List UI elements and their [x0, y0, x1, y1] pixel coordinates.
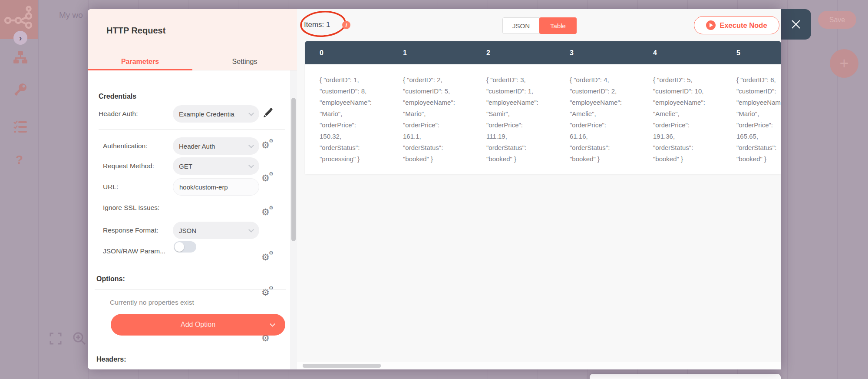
sidebar-item-help[interactable]: ? — [16, 153, 23, 167]
zoom-in-icon — [72, 331, 87, 346]
sidebar-item-workflows[interactable] — [13, 50, 28, 67]
gear-icon: ⚙ — [261, 253, 270, 262]
app-root: › ? My wo Save + — [0, 0, 868, 379]
authentication-label: Authentication: — [103, 142, 148, 150]
gear-small-icon: ⚙ — [269, 250, 274, 256]
table-cell: { "orderID": 3, "customerID": 1, "employ… — [472, 64, 555, 165]
fit-view-icon — [50, 332, 62, 345]
workflow-title[interactable]: My wo — [59, 10, 83, 20]
zoom-in-button[interactable] — [72, 331, 87, 348]
ignore-ssl-toggle[interactable] — [174, 241, 196, 253]
table-cell: { "orderID": 4, "customerID": 2, "employ… — [555, 64, 639, 165]
response-format-label: Response Format: — [103, 226, 158, 234]
info-glyph: i — [346, 22, 347, 28]
request-method-select[interactable]: GET — [173, 157, 259, 175]
info-icon[interactable]: i — [342, 21, 350, 29]
notification-toast — [590, 374, 781, 379]
dialog-tabs: Parameters Settings — [88, 53, 297, 70]
chevron-down-icon — [248, 110, 254, 116]
active-tab-underline — [88, 69, 192, 70]
request-method-value: GET — [179, 163, 246, 170]
sidebar-expand-button[interactable]: › — [13, 31, 27, 45]
execute-node-button[interactable]: Execute Node — [694, 16, 779, 34]
header-auth-label: Header Auth: — [99, 110, 138, 118]
output-panel: Items: 1 i JSON Table Execute Node 0 1 2 — [297, 9, 781, 369]
ignore-ssl-settings-button[interactable]: ⚙ ⚙ — [261, 252, 275, 265]
http-request-dialog: HTTP Request Parameters Settings Credent… — [88, 9, 781, 369]
view-toggle-json[interactable]: JSON — [502, 17, 540, 34]
checklist-icon — [13, 120, 28, 134]
options-section-title: Options: — [96, 275, 125, 283]
url-settings-button[interactable]: ⚙ ⚙ — [261, 206, 275, 219]
output-table-header: 0 1 2 3 4 5 — [305, 41, 781, 64]
column-header: 4 — [639, 41, 722, 64]
table-cell: { "orderID": 2, "customerID": 5, "employ… — [389, 64, 472, 165]
authentication-value: Header Auth — [179, 143, 246, 150]
add-option-label: Add Option — [181, 321, 215, 329]
output-table: 0 1 2 3 4 5 { "orderID": 1, "customerID"… — [305, 41, 781, 174]
add-node-button[interactable]: + — [830, 49, 858, 78]
chevron-down-icon — [270, 321, 275, 327]
response-format-value: JSON — [179, 227, 246, 234]
fit-view-button[interactable] — [50, 332, 62, 346]
toggle-knob — [175, 242, 184, 252]
parameters-scrollbar-thumb[interactable] — [291, 98, 296, 241]
pencil-icon — [262, 107, 274, 119]
close-dialog-button[interactable] — [781, 9, 811, 40]
header-auth-value: Example Credentia — [179, 110, 246, 118]
options-divider — [95, 289, 286, 289]
column-header: 0 — [305, 41, 389, 64]
key-icon — [13, 83, 28, 97]
plus-icon: + — [839, 54, 848, 73]
execute-node-label: Execute Node — [719, 21, 767, 30]
gear-small-icon: ⚙ — [269, 171, 274, 176]
sidebar-item-executions[interactable] — [13, 120, 28, 136]
chevron-down-icon — [248, 227, 254, 233]
authentication-settings-button[interactable]: ⚙ ⚙ — [261, 140, 275, 153]
table-cell: { "orderID": 6, "customerID": "employeeN… — [722, 64, 781, 165]
url-value: hook/custom-erp — [179, 183, 253, 191]
gear-icon: ⚙ — [261, 207, 270, 216]
play-icon — [706, 20, 716, 30]
url-input[interactable]: hook/custom-erp — [173, 178, 259, 196]
tab-settings[interactable]: Settings — [192, 53, 297, 70]
sidebar-item-credentials[interactable] — [13, 83, 28, 99]
request-method-label: Request Method: — [103, 162, 154, 170]
gear-small-icon: ⚙ — [269, 205, 274, 210]
chevron-right-icon: › — [19, 33, 22, 43]
authentication-select[interactable]: Header Auth — [173, 137, 259, 155]
view-toggle-table[interactable]: Table — [539, 17, 577, 34]
question-mark-icon: ? — [16, 153, 23, 166]
column-header: 5 — [722, 41, 781, 64]
chevron-down-icon — [248, 143, 254, 148]
request-method-settings-button[interactable]: ⚙ ⚙ — [261, 173, 275, 186]
ignore-ssl-label: Ignore SSL Issues: — [103, 204, 159, 212]
add-option-button[interactable]: Add Option — [111, 314, 285, 336]
edit-credential-button[interactable] — [262, 107, 274, 120]
url-label: URL: — [103, 183, 118, 191]
response-format-select[interactable]: JSON — [173, 222, 259, 239]
table-cell: { "orderID": 5, "customerID": 10, "emplo… — [639, 64, 722, 165]
json-raw-label: JSON/RAW Param... — [103, 247, 165, 255]
headers-section-title: Headers: — [96, 356, 126, 363]
output-scrollbar-thumb[interactable] — [303, 364, 381, 368]
column-header: 3 — [555, 41, 639, 64]
save-button-label: Save — [829, 16, 845, 24]
table-cell: { "orderID": 1, "customerID": 8, "employ… — [305, 64, 389, 165]
parameters-panel: HTTP Request Parameters Settings Credent… — [88, 9, 297, 369]
gear-icon: ⚙ — [261, 140, 270, 150]
credentials-section-title: Credentials — [99, 93, 136, 100]
chevron-down-icon — [248, 163, 254, 168]
gear-small-icon: ⚙ — [269, 138, 274, 143]
column-header: 1 — [389, 41, 472, 64]
gear-icon: ⚙ — [261, 173, 270, 183]
dialog-title: HTTP Request — [106, 26, 165, 36]
tab-parameters[interactable]: Parameters — [88, 53, 192, 70]
column-header: 2 — [472, 41, 555, 64]
credentials-divider — [99, 130, 285, 130]
header-auth-select[interactable]: Example Credentia — [173, 105, 259, 123]
save-button[interactable]: Save — [818, 11, 856, 29]
output-table-row: { "orderID": 1, "customerID": 8, "employ… — [305, 64, 781, 165]
gear-small-icon: ⚙ — [269, 286, 274, 291]
view-toggle: JSON Table — [502, 17, 577, 34]
